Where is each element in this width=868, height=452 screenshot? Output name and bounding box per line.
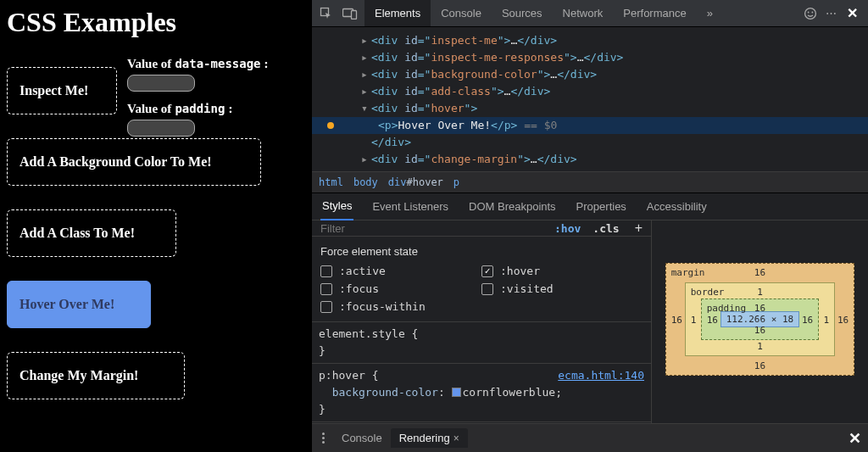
dom-row[interactable]: ▾<div id="hover"> (312, 100, 868, 117)
tab-elements[interactable]: Elements (364, 0, 431, 26)
tab-sources[interactable]: Sources (492, 0, 553, 26)
rule-p-hover[interactable]: ecma.html:140 p:hover { background-color… (312, 364, 651, 422)
subtab-accessibility[interactable]: Accessibility (645, 193, 709, 220)
dom-row[interactable]: ▸<div id="background-color">…</div> (312, 66, 868, 83)
svg-point-4 (808, 11, 810, 13)
devtools-toolbar: Elements Console Sources Network Perform… (312, 0, 868, 27)
state-focus-within[interactable]: :focus-within (320, 300, 481, 313)
bm-border[interactable]: border 1 1 1 1 padding 16 16 16 16 112.2… (685, 282, 835, 356)
main-tabs: Elements Console Sources Network Perform… (364, 0, 723, 26)
svg-point-5 (812, 11, 814, 13)
bm-padding[interactable]: padding 16 16 16 16 112.266 × 18 (701, 299, 819, 340)
styles-tabs: Styles Event Listeners DOM Breakpoints P… (312, 193, 868, 220)
subtab-dom-breakpoints[interactable]: DOM Breakpoints (467, 193, 558, 220)
smiley-icon[interactable] (804, 7, 817, 20)
styles-filter-input[interactable] (312, 222, 549, 235)
value-label-1: Value of data-message: (127, 57, 269, 71)
subtab-properties[interactable]: Properties (575, 193, 628, 220)
subtab-event-listeners[interactable]: Event Listeners (370, 193, 450, 220)
color-swatch-icon[interactable] (452, 388, 461, 397)
subtab-styles[interactable]: Styles (320, 193, 353, 220)
tab-console[interactable]: Console (431, 0, 492, 26)
dom-row[interactable]: ▸<div id="inspect-me-responses">…</div> (312, 49, 868, 66)
crumb-p[interactable]: p (453, 176, 459, 188)
rule-element-style[interactable]: element.style { } (312, 322, 651, 364)
state-hover[interactable]: :hover (481, 265, 643, 277)
dom-row-selected[interactable]: <p>Hover Over Me!</p> == $0 (312, 117, 868, 134)
tabs-overflow[interactable]: » (697, 0, 723, 26)
styles-left-pane: :hov .cls + Force element state :active … (312, 220, 652, 423)
value-label-2: Value of padding: (127, 102, 269, 116)
dom-row[interactable]: </div> (312, 134, 868, 151)
inspect-element-icon[interactable] (317, 4, 336, 23)
dom-tree[interactable]: ▸<div id="inspect-me">…</div> ▸<div id="… (312, 27, 868, 171)
force-state-title: Force element state (320, 245, 643, 258)
state-visited[interactable]: :visited (481, 282, 643, 295)
breadcrumb: html body div#hover p (312, 171, 868, 193)
drawer-menu-icon[interactable] (319, 432, 333, 444)
bm-margin[interactable]: margin 16 16 16 16 border 1 1 1 1 paddin… (665, 263, 854, 376)
box-model: margin 16 16 16 16 border 1 1 1 1 paddin… (652, 220, 868, 423)
drawer-tab-close-icon[interactable]: × (453, 432, 459, 444)
drawer-tab-console[interactable]: Console (333, 428, 391, 448)
inspect-me-box[interactable]: Inspect Me! (7, 67, 117, 114)
cls-toggle[interactable]: .cls (586, 222, 626, 235)
dom-row[interactable]: ▸<div id="add-class">…</div> (312, 83, 868, 100)
force-state-panel: Force element state :active :focus :focu… (312, 237, 651, 322)
device-toggle-icon[interactable] (341, 4, 359, 23)
svg-rect-2 (352, 10, 357, 19)
demo-page: CSS Examples Inspect Me! Add A Backgroun… (0, 0, 312, 452)
crumb-div-hover[interactable]: div#hover (388, 176, 443, 188)
dom-row[interactable]: ▸<div id="change-margin">…</div> (312, 151, 868, 168)
new-style-rule-icon[interactable]: + (626, 220, 651, 236)
rule-source-link[interactable]: ecma.html:140 (558, 367, 644, 384)
devtools: Elements Console Sources Network Perform… (312, 0, 868, 452)
drawer-close-icon[interactable]: ✕ (849, 429, 861, 448)
more-icon[interactable]: ⋯ (826, 7, 838, 20)
crumb-body[interactable]: body (353, 176, 378, 188)
state-active[interactable]: :active (320, 265, 481, 277)
hov-toggle[interactable]: :hov (549, 222, 586, 235)
close-icon[interactable]: ✕ (847, 5, 858, 21)
tab-performance[interactable]: Performance (613, 0, 696, 26)
drawer-tab-rendering[interactable]: Rendering× (391, 428, 468, 448)
svg-point-3 (805, 8, 816, 19)
crumb-html[interactable]: html (319, 176, 343, 188)
value-pill-1 (127, 75, 195, 92)
state-focus[interactable]: :focus (320, 282, 481, 295)
drawer: Console Rendering× ✕ (312, 423, 868, 452)
tab-network[interactable]: Network (553, 0, 614, 26)
value-pill-2 (127, 120, 195, 137)
breakpoint-dot-icon (327, 122, 334, 129)
dom-row[interactable]: ▸<div id="inspect-me">…</div> (312, 32, 868, 49)
page-title: CSS Examples (7, 7, 305, 38)
